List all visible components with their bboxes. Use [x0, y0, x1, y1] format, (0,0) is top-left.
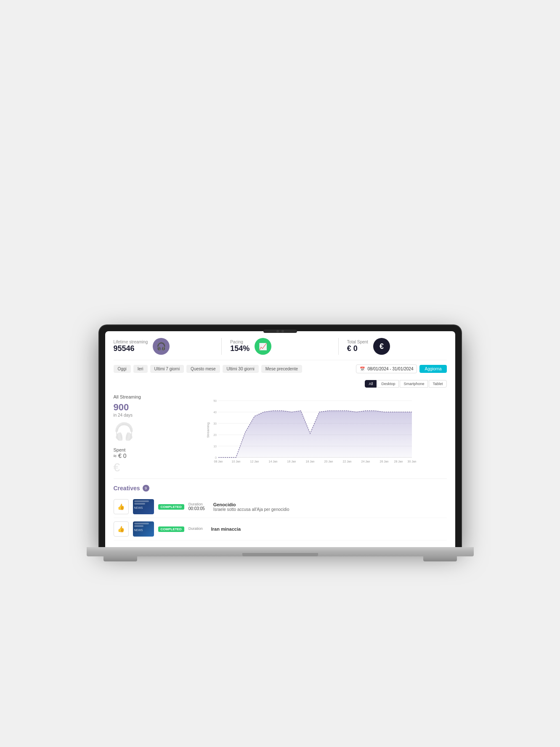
- device-desktop-btn[interactable]: Desktop: [377, 380, 399, 388]
- svg-text:0: 0: [215, 456, 217, 459]
- creatives-title: Creatives: [114, 485, 140, 492]
- creative-thumbup-btn-1[interactable]: 👍: [114, 499, 129, 514]
- laptop-foot-right: [423, 556, 457, 561]
- pacing-value: 154%: [230, 344, 249, 353]
- device-smartphone-btn[interactable]: Smartphone: [400, 380, 428, 388]
- spent-value: ≈ € 0: [114, 452, 168, 459]
- creative-title-2: Iran minaccia: [211, 526, 241, 532]
- svg-text:50: 50: [213, 399, 217, 402]
- device-tablet-btn[interactable]: Tablet: [429, 380, 446, 388]
- svg-text:10: 10: [213, 445, 217, 448]
- creative-info-2: Duration Iran minaccia: [188, 526, 447, 532]
- x-label-22jan: 22 Jan: [342, 460, 351, 463]
- streaming-value: 900: [114, 402, 168, 413]
- x-label-18jan: 18 Jan: [305, 460, 314, 463]
- lifetime-label: Lifetime streaming: [114, 340, 148, 344]
- streaming-label: All Streaming: [114, 394, 168, 399]
- euro-icon: €: [380, 342, 384, 351]
- duration-label-1: Duration: [188, 502, 205, 506]
- lifetime-value: 95546: [114, 344, 148, 353]
- stat-lifetime-info: Lifetime streaming 95546: [114, 340, 148, 353]
- laptop-foot-left: [104, 556, 137, 561]
- x-label-12jan: 12 Jan: [250, 460, 259, 463]
- creatives-section: Creatives 9 👍 NEWS COMP: [114, 479, 447, 540]
- streaming-days: in 24 days: [114, 413, 168, 417]
- x-label-16jan: 16 Jan: [287, 460, 296, 463]
- laptop-wrapper: Lifetime streaming 95546 🎧 Pacing 154%: [91, 325, 470, 556]
- x-label-24jan: 24 Jan: [361, 460, 370, 463]
- stat-divider-1: [221, 338, 222, 355]
- total-spent-label: Total Spent: [347, 340, 368, 344]
- filter-thismonth-btn[interactable]: Questo mese: [186, 365, 220, 373]
- spent-label: Spent: [114, 447, 168, 452]
- creative-subtitle-1: Israele sotto accusa all'Aja per genocid…: [213, 507, 289, 512]
- creatives-header: Creatives 9: [114, 485, 447, 492]
- laptop-screen: Lifetime streaming 95546 🎧 Pacing 154%: [105, 331, 455, 547]
- creative-row-1: 👍 NEWS COMPLETED D: [114, 496, 447, 518]
- stat-lifetime: Lifetime streaming 95546 🎧: [114, 338, 213, 355]
- creative-info-1: Duration 00:03:05 Genocidio Israele sott…: [188, 502, 447, 512]
- stat-spent-info: Total Spent € 0: [347, 340, 368, 353]
- x-label-30jan: 30 Jan: [407, 460, 416, 463]
- chart-section: All Streaming 900 in 24 days 🎧 Spent ≈ €…: [114, 390, 447, 479]
- date-range-input[interactable]: 📅 08/01/2024 - 31/01/2024: [356, 364, 417, 373]
- euro-spent-icon: €: [114, 461, 168, 474]
- x-label-20jan: 20 Jan: [324, 460, 333, 463]
- creatives-count-badge: 9: [143, 485, 149, 492]
- x-label-14jan: 14 Jan: [268, 460, 277, 463]
- trending-icon: 📈: [259, 343, 267, 351]
- pacing-label: Pacing: [230, 340, 249, 344]
- device-all-btn[interactable]: All: [365, 380, 377, 388]
- duration-value-1: 00:03:05: [188, 506, 205, 511]
- creative-thumbup-btn-2[interactable]: 👍: [114, 521, 129, 537]
- device-filter-row: All Desktop Smartphone Tablet: [114, 377, 447, 390]
- calendar-icon: 📅: [360, 367, 365, 371]
- euro-icon-circle: €: [373, 338, 390, 355]
- laptop-screen-outer: Lifetime streaming 95546 🎧 Pacing 154%: [99, 325, 461, 547]
- laptop-base: [87, 547, 474, 556]
- filter-last7-btn[interactable]: Ultimi 7 giorni: [150, 365, 184, 373]
- chart-area: [218, 411, 412, 457]
- x-label-26jan: 26 Jan: [380, 460, 388, 463]
- creative-title-1: Genocidio: [213, 502, 289, 507]
- total-spent-value: € 0: [347, 344, 368, 353]
- filter-today-btn[interactable]: Oggi: [114, 365, 131, 373]
- streaming-chart: Streaming 50 40 30 20 10: [175, 394, 447, 466]
- creative-status-badge-2: COMPLETED: [158, 526, 184, 532]
- x-label-10jan: 10 Jan: [231, 460, 240, 463]
- stat-pacing-info: Pacing 154%: [230, 340, 249, 353]
- date-range-value: 08/01/2024 - 31/01/2024: [367, 367, 413, 371]
- headphone-icon: 🎧: [157, 342, 166, 351]
- svg-text:40: 40: [213, 411, 217, 414]
- creative-thumbnail-1: NEWS: [133, 499, 154, 514]
- creative-thumbnail-2: NEWS: [133, 521, 154, 537]
- filter-yesterday-btn[interactable]: Ieri: [133, 365, 148, 373]
- x-label-08jan: 08 Jan: [214, 460, 223, 463]
- laptop-notch: [263, 330, 297, 333]
- x-label-28jan: 28 Jan: [394, 460, 403, 463]
- creative-status-badge-1: COMPLETED: [158, 504, 184, 510]
- stat-total-spent: Total Spent € 0 €: [347, 338, 447, 355]
- stat-divider-2: [338, 338, 339, 355]
- filter-prevmonth-btn[interactable]: Mese precedente: [261, 365, 302, 373]
- trending-icon-circle: 📈: [255, 338, 271, 355]
- dashboard: Lifetime streaming 95546 🎧 Pacing 154%: [105, 331, 455, 547]
- stats-row: Lifetime streaming 95546 🎧 Pacing 154%: [114, 338, 447, 360]
- filter-last30-btn[interactable]: Ultimi 30 giorni: [223, 365, 259, 373]
- duration-label-2: Duration: [188, 526, 203, 531]
- update-button[interactable]: Aggiorna: [419, 365, 446, 373]
- chart-right-panel: Streaming 50 40 30 20 10: [175, 394, 447, 474]
- headphone-icon-circle: 🎧: [153, 338, 170, 355]
- chart-headphone-icon: 🎧: [114, 422, 168, 441]
- creative-row-2: 👍 NEWS COMPLETED D: [114, 518, 447, 540]
- svg-text:30: 30: [213, 422, 217, 425]
- filter-row: Oggi Ieri Ultimi 7 giorni Questo mese Ul…: [114, 360, 447, 377]
- chart-left-panel: All Streaming 900 in 24 days 🎧 Spent ≈ €…: [114, 394, 168, 474]
- stat-pacing: Pacing 154% 📈: [230, 338, 330, 355]
- svg-text:20: 20: [213, 433, 217, 436]
- y-axis-label: Streaming: [206, 423, 210, 438]
